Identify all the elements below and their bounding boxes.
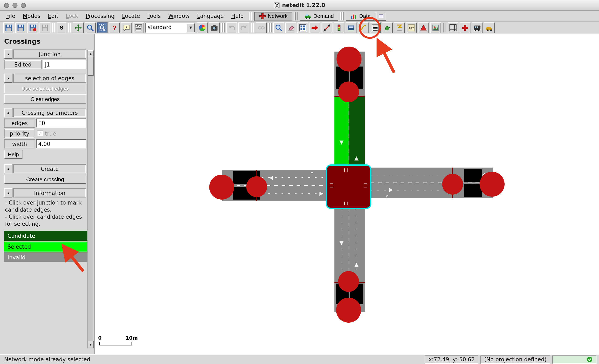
legend-invalid: Invalid — [4, 252, 89, 262]
traffic-light-icon — [335, 24, 343, 31]
svg-text:?: ? — [112, 24, 116, 31]
menu-lines-icon: MENU — [135, 24, 142, 31]
zoom-button[interactable] — [85, 22, 96, 33]
color-scheme-button[interactable] — [197, 22, 208, 33]
prohibition-mode-button[interactable] — [418, 22, 429, 33]
supermode-demand-button[interactable]: Demand — [300, 11, 338, 21]
toolbar-grip[interactable] — [248, 12, 252, 20]
junction-bubble[interactable] — [336, 47, 361, 71]
vehicle-mode-button[interactable] — [472, 22, 483, 33]
scale-value-label: 10m — [126, 335, 138, 341]
collapse-parameters-button[interactable]: ▲ — [4, 108, 12, 117]
create-edge-mode-button[interactable] — [322, 22, 332, 33]
clear-edges-button[interactable]: Clear edges — [4, 94, 86, 104]
combo-dropdown-icon[interactable]: ▼ — [187, 23, 195, 32]
projection-status: (No projection defined) — [480, 355, 550, 364]
save-network-button[interactable] — [15, 22, 26, 33]
traffic-light-mode-button[interactable] — [334, 22, 344, 33]
junction-bubble[interactable] — [480, 172, 505, 197]
toggle-frame-button[interactable] — [376, 11, 386, 21]
network-view[interactable]: 0 10m — [95, 34, 599, 354]
taz-icon: TAZ — [408, 24, 415, 31]
supermode-data-button[interactable]: Data — [346, 11, 375, 21]
supermode-demand-label: Demand — [313, 13, 334, 19]
help-button[interactable]: ? — [109, 22, 120, 33]
move-mode-button[interactable] — [309, 22, 320, 33]
delete-mode-button[interactable] — [285, 22, 296, 33]
junction-bubble[interactable] — [338, 81, 359, 102]
edge-line-icon — [323, 24, 331, 31]
window-title: netedit 1.22.0 — [282, 2, 325, 8]
priority-value: true — [45, 130, 56, 137]
select-mode-button[interactable] — [297, 22, 308, 33]
maximize-window-button[interactable] — [21, 3, 26, 8]
junction-bubble[interactable] — [442, 174, 463, 195]
save-config-button[interactable] — [3, 22, 14, 33]
create-crossing-button[interactable]: Create crossing — [4, 175, 86, 184]
legend-selected-label: Selected — [8, 243, 31, 250]
menu-modes[interactable]: Modes — [19, 12, 44, 20]
minimize-window-button[interactable] — [12, 3, 18, 8]
decal-mode-button[interactable] — [430, 22, 441, 33]
scroll-down-icon[interactable]: ▼ — [88, 341, 94, 348]
network-canvas[interactable]: 0 10m — [95, 34, 599, 354]
collapse-edge-selection-button[interactable]: ▲ — [4, 74, 12, 83]
priority-checkbox[interactable]: ✓ — [37, 130, 43, 136]
toolbar-separator — [68, 23, 71, 32]
menu-toggle-button[interactable]: MENU — [133, 22, 144, 33]
screenshot-button[interactable] — [209, 22, 220, 33]
collapse-create-button[interactable]: ▲ — [4, 164, 12, 173]
save-additionals-button[interactable] — [27, 22, 38, 33]
menu-file[interactable]: File — [2, 12, 19, 20]
junction-plus-button[interactable] — [460, 22, 470, 33]
scroll-up-icon[interactable]: ▲ — [88, 50, 94, 57]
edges-input[interactable]: E0 — [36, 119, 86, 128]
sidebar-scrollbar[interactable]: ▲ ▼ — [87, 50, 93, 348]
collapse-information-button[interactable]: ▲ — [4, 188, 12, 198]
lane-north-selected[interactable] — [335, 96, 349, 165]
geometry-status — [552, 355, 597, 364]
junction-bubble[interactable] — [338, 271, 359, 292]
junction-bubble[interactable] — [246, 176, 267, 197]
menu-locate[interactable]: Locate — [118, 12, 144, 20]
car-mode-button[interactable] — [484, 22, 495, 33]
junction-group-label: Junction — [13, 50, 86, 59]
tooltip-toggle-button[interactable] — [121, 22, 132, 33]
scrollbar-thumb[interactable] — [88, 57, 94, 76]
collapse-junction-button[interactable]: ▲ — [4, 50, 12, 59]
wire-mode-button[interactable] — [394, 22, 405, 33]
menu-language[interactable]: Language — [194, 12, 228, 20]
menu-help[interactable]: Help — [228, 12, 247, 20]
svg-text:TAZ: TAZ — [409, 26, 414, 30]
close-window-button[interactable] — [4, 3, 9, 8]
junction-J1[interactable] — [326, 165, 371, 208]
crossing-mode-button[interactable] — [370, 22, 381, 33]
magnifier-region-icon — [99, 24, 106, 31]
junction-bubble[interactable] — [336, 298, 361, 323]
window-controls — [4, 0, 26, 10]
view-preset-combo[interactable]: standard ▼ — [145, 23, 195, 33]
s-mode-button[interactable]: S — [57, 22, 66, 33]
pan-view-button[interactable] — [73, 22, 84, 33]
collapse-icon: ▲ — [7, 191, 10, 195]
supermode-network-button[interactable]: Network — [254, 11, 292, 21]
width-input[interactable]: 4.00 — [36, 139, 86, 148]
zoom-region-button[interactable] — [97, 22, 108, 33]
toolbar-grip[interactable] — [341, 12, 344, 20]
save-demand-button — [40, 22, 50, 33]
junction-bubble[interactable] — [209, 175, 234, 199]
connection-mode-button[interactable] — [358, 22, 369, 33]
grid-toggle-button[interactable] — [448, 22, 458, 33]
menu-edit[interactable]: Edit — [44, 12, 62, 20]
menu-processing[interactable]: Processing — [82, 12, 118, 20]
shape-mode-button[interactable] — [382, 22, 393, 33]
information-group-label: Information — [13, 188, 86, 198]
toolbar-grip[interactable] — [295, 12, 298, 20]
additional-mode-button[interactable] — [346, 22, 356, 33]
lane-north-candidate[interactable] — [349, 96, 365, 165]
inspect-mode-button[interactable] — [273, 22, 284, 33]
menu-window[interactable]: Window — [165, 12, 194, 20]
taz-mode-button[interactable]: TAZ — [406, 22, 417, 33]
help-frame-button[interactable]: Help — [4, 150, 22, 159]
menu-tools[interactable]: Tools — [144, 12, 165, 20]
